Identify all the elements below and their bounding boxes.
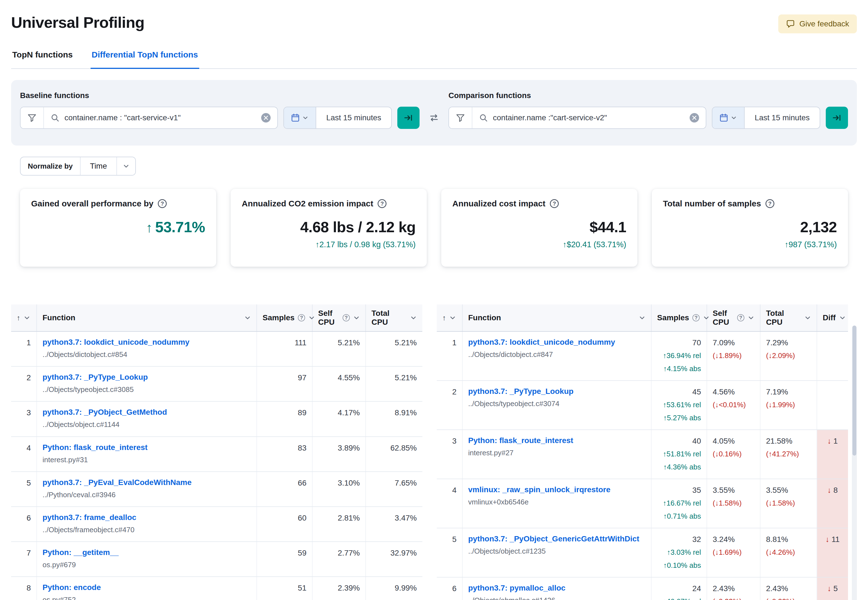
card-total-samples: Total number of samples ? 2,132 ↑987 (53…	[652, 189, 848, 267]
function-link[interactable]: python3.7: lookdict_unicode_nodummy	[42, 337, 251, 347]
give-feedback-button[interactable]: Give feedback	[778, 14, 857, 33]
self-cpu-cell: 4.55%	[312, 367, 366, 402]
normalize-by-dropdown-button[interactable]	[117, 157, 135, 175]
question-icon[interactable]: ?	[550, 199, 559, 208]
total-cpu-cell: 5.21%	[366, 367, 422, 402]
self-cpu-cell: 3.55% (↓1.58%)	[707, 479, 760, 528]
baseline-table-row: 2 python3.7: _PyType_Lookup ../Objects/t…	[11, 367, 422, 402]
function-link[interactable]: Python: flask_route_interest	[468, 436, 645, 445]
total-cpu-column-header[interactable]: Total CPU	[760, 305, 817, 331]
baseline-date-quick-select-button[interactable]	[284, 107, 316, 128]
sort-ascending-icon[interactable]: ↑	[17, 314, 20, 322]
comparison-search-group: container.name :"cart-service-v2"	[448, 107, 706, 129]
function-link[interactable]: python3.7: lookdict_unicode_nodummy	[468, 337, 645, 347]
function-link[interactable]: vmlinux: _raw_spin_unlock_irqrestore	[468, 485, 645, 494]
rank-cell: 1	[437, 331, 462, 380]
sort-ascending-icon[interactable]: ↑	[442, 314, 446, 322]
function-link[interactable]: python3.7: _PyObject_GenericGetAttrWithD…	[468, 534, 645, 544]
comparison-query-input[interactable]: container.name :"cart-service-v2"	[472, 107, 706, 128]
self-cpu-diff: (↓1.69%)	[713, 548, 754, 557]
column-menu-icon[interactable]	[24, 314, 30, 321]
comparison-apply-button[interactable]	[826, 107, 848, 129]
baseline-apply-button[interactable]	[397, 107, 420, 129]
scrollbar-thumb[interactable]	[853, 326, 856, 456]
tab-topn-functions[interactable]: TopN functions	[11, 45, 74, 69]
function-link[interactable]: Python: __getitem__	[42, 547, 251, 557]
card-trend: ↑987 (53.71%)	[663, 240, 837, 249]
comparison-table-scrollbar[interactable]	[852, 326, 857, 600]
function-column-header[interactable]: Function	[37, 305, 257, 331]
function-cell: python3.7: lookdict_unicode_nodummy ../O…	[37, 331, 257, 367]
column-menu-icon[interactable]	[308, 314, 315, 321]
function-link[interactable]: python3.7: _PyEval_EvalCodeWithName	[42, 477, 251, 487]
function-link[interactable]: python3.7: _PyType_Lookup	[468, 386, 645, 396]
function-link[interactable]: Python: flask_route_interest	[42, 442, 251, 452]
baseline-table-header-row: ↑ Function Samples	[11, 305, 422, 331]
column-menu-icon[interactable]	[639, 314, 645, 321]
total-cpu-cell: 7.29% (↓2.09%)	[760, 331, 817, 380]
column-menu-icon[interactable]	[839, 314, 846, 321]
samples-column-header[interactable]: Samples ?	[257, 305, 312, 331]
question-icon[interactable]: ?	[765, 199, 774, 208]
column-menu-icon[interactable]	[410, 314, 417, 321]
samples-cell: 35 ↑16.67% rel ↑0.71% abs	[651, 479, 707, 528]
column-menu-icon[interactable]	[244, 314, 251, 321]
total-cpu-diff: (↓4.26%)	[766, 548, 811, 557]
rank-cell: 8	[11, 577, 37, 600]
total-cpu-column-header[interactable]: Total CPU	[366, 305, 422, 331]
apply-arrow-icon	[832, 113, 841, 122]
function-column-header[interactable]: Function	[462, 305, 651, 331]
samples-rel-change: ↑16.67% rel	[657, 498, 701, 508]
function-cell: python3.7: _PyEval_EvalCodeWithName ../P…	[37, 472, 257, 507]
comparison-time-range[interactable]: Last 15 minutes	[745, 107, 820, 128]
baseline-table: ↑ Function Samples	[11, 305, 422, 600]
comparison-clear-query-button[interactable]	[689, 113, 699, 123]
question-icon[interactable]: ?	[377, 199, 386, 208]
search-icon	[51, 113, 59, 122]
baseline-table-row: 8 Python: encode os.py#752 51 2.39% 9.99…	[11, 577, 422, 600]
rank-diff-cell: ↓ 8	[817, 479, 848, 528]
swap-queries-button[interactable]	[425, 107, 443, 129]
column-menu-icon[interactable]	[703, 314, 710, 321]
normalize-by-value[interactable]: Time	[80, 157, 117, 175]
self-cpu-column-header[interactable]: Self CPU ?	[312, 305, 366, 331]
function-link[interactable]: Python: encode	[42, 582, 251, 592]
baseline-filter-button[interactable]	[21, 107, 44, 128]
function-link[interactable]: python3.7: pymalloc_alloc	[468, 583, 645, 593]
samples-value: 35	[657, 486, 701, 495]
comparison-table-row: 2 python3.7: _PyType_Lookup ../Objects/t…	[437, 380, 848, 430]
card-trend: ↑2.17 lbs / 0.98 kg (53.71%)	[242, 240, 416, 249]
baseline-table-row: 5 python3.7: _PyEval_EvalCodeWithName ..…	[11, 472, 422, 507]
total-cpu-value: 7.19%	[766, 388, 811, 396]
total-cpu-diff: (↓0.32%)	[766, 597, 811, 600]
question-icon[interactable]: ?	[158, 199, 167, 208]
rank-down-arrow-icon: ↓	[826, 535, 829, 544]
function-link[interactable]: python3.7: _PyType_Lookup	[42, 372, 251, 382]
comparison-filter-button[interactable]	[449, 107, 472, 128]
rank-cell: 6	[437, 577, 462, 600]
baseline-time-range[interactable]: Last 15 minutes	[316, 107, 391, 128]
function-link[interactable]: python3.7: frame_dealloc	[42, 512, 251, 522]
self-cpu-column-header[interactable]: Self CPU ?	[707, 305, 760, 331]
self-cpu-cell: 4.05% (↓0.16%)	[707, 430, 760, 479]
total-cpu-value: 21.58%	[766, 437, 811, 445]
column-menu-icon[interactable]	[353, 314, 360, 321]
baseline-query-input[interactable]: container.name : "cart-service-v1"	[44, 107, 277, 128]
column-menu-icon[interactable]	[748, 314, 754, 321]
comparison-date-quick-select-button[interactable]	[712, 107, 745, 128]
total-cpu-cell: 3.55% (↓1.58%)	[760, 479, 817, 528]
baseline-clear-query-button[interactable]	[261, 113, 271, 123]
close-icon	[264, 115, 268, 120]
diff-column-header[interactable]: Diff	[817, 305, 848, 331]
samples-rel-change: ↑3.03% rel	[657, 548, 701, 557]
samples-column-header[interactable]: Samples ?	[651, 305, 707, 331]
column-menu-icon[interactable]	[804, 314, 811, 321]
self-cpu-cell: 3.89%	[312, 437, 366, 472]
self-cpu-cell: 2.81%	[312, 507, 366, 542]
rank-cell: 7	[11, 542, 37, 577]
tab-differential-topn-functions[interactable]: Differential TopN functions	[91, 45, 199, 69]
function-link[interactable]: python3.7: _PyObject_GetMethod	[42, 407, 251, 417]
column-menu-icon[interactable]	[449, 314, 456, 321]
info-icon: ?	[737, 314, 744, 321]
self-cpu-diff: (↓1.89%)	[713, 351, 754, 360]
